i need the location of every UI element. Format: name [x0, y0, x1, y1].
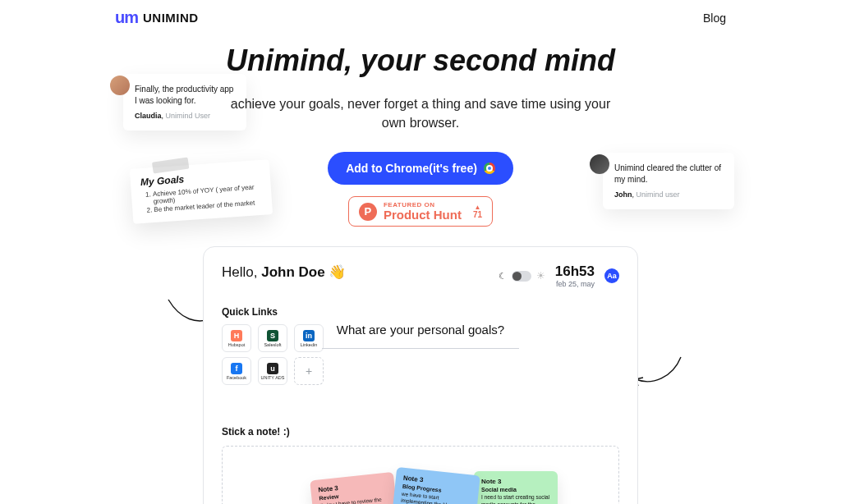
product-hunt-text: FEATURED ON Product Hunt: [384, 202, 462, 221]
quick-link-salesloft[interactable]: S Salesloft: [258, 324, 287, 352]
notes-dropzone[interactable]: Note 3 Review Today I have to review the…: [222, 446, 619, 504]
quick-link-label: Salesloft: [264, 342, 281, 347]
salesloft-icon: S: [267, 330, 278, 341]
quick-link-unityads[interactable]: u UNITY ADS: [258, 357, 287, 385]
sticky-note[interactable]: Note 3 Blog Progress we have to start im…: [390, 467, 480, 504]
product-hunt-icon: P: [359, 203, 377, 221]
wave-emoji-icon: 👋: [329, 263, 346, 281]
app-top-right: ☾ ☀ 16h53 feb 25, may Aa: [499, 263, 619, 288]
goals-input-line[interactable]: [322, 348, 519, 349]
sun-icon: ☀: [536, 270, 545, 282]
chrome-icon: [484, 163, 495, 174]
sticky-note[interactable]: Note 3 Review Today I have to review the…: [310, 472, 400, 504]
plus-icon: +: [303, 365, 315, 377]
sticky-note[interactable]: Note 3 Social media I need to start crea…: [474, 471, 558, 504]
stick-note-title: Stick a note! :): [222, 426, 619, 438]
quick-link-label: Facebook: [227, 375, 246, 380]
app-preview-card: Hello, John Doe 👋 ☾ ☀ 16h53 feb 25, may …: [203, 246, 638, 504]
cta-group: Add to Chrome(it's free) P FEATURED ON P…: [115, 152, 726, 227]
quick-link-add[interactable]: +: [294, 357, 324, 385]
product-hunt-vote-count: 71: [473, 211, 482, 219]
goals-center: What are your personal goals?: [297, 323, 544, 349]
greeting: Hello, John Doe 👋: [222, 263, 346, 281]
hero-title: Unimind, your second mind: [115, 44, 726, 78]
clock: 16h53 feb 25, may: [555, 263, 595, 288]
toggle-knob: [512, 272, 522, 281]
product-hunt-badge[interactable]: P FEATURED ON Product Hunt ▲ 71: [348, 196, 493, 227]
quick-link-hubspot[interactable]: H Hubspot: [222, 324, 251, 352]
product-hunt-votes: ▲ 71: [473, 204, 482, 219]
quick-link-label: UNITY ADS: [261, 375, 285, 380]
facebook-icon: f: [231, 363, 242, 374]
cta-label: Add to Chrome(it's free): [346, 162, 477, 175]
unityads-icon: u: [267, 363, 278, 374]
goals-question: What are your personal goals?: [297, 323, 544, 337]
hero: Unimind, your second mind achieve your g…: [0, 44, 841, 227]
quick-links-title: Quick Links: [222, 306, 619, 318]
note-subject: Social media: [481, 487, 550, 493]
brand-logo[interactable]: um UNIMIND: [115, 8, 199, 27]
hero-subtitle: achieve your goals, never forget a thing…: [223, 94, 618, 132]
greeting-user-name: John Doe: [261, 264, 324, 280]
quick-link-label: Hubspot: [228, 342, 246, 347]
app-top-bar: Hello, John Doe 👋 ☾ ☀ 16h53 feb 25, may …: [222, 263, 619, 288]
theme-toggle[interactable]: [512, 271, 531, 282]
clock-time: 16h53: [555, 263, 595, 280]
greeting-prefix: Hello,: [222, 264, 261, 280]
nav-blog-link[interactable]: Blog: [703, 11, 726, 25]
add-to-chrome-button[interactable]: Add to Chrome(it's free): [328, 152, 513, 185]
text-size-button[interactable]: Aa: [604, 268, 619, 283]
clock-date: feb 25, may: [555, 280, 595, 288]
note-title: Note 3: [481, 478, 550, 485]
product-hunt-name: Product Hunt: [384, 208, 462, 221]
moon-icon: ☾: [499, 271, 507, 282]
note-body: I need to start creating social media ac…: [481, 494, 550, 504]
theme-row: ☾ ☀: [499, 270, 545, 282]
hubspot-icon: H: [231, 330, 242, 341]
brand-logo-text: UNIMIND: [143, 11, 199, 25]
header: um UNIMIND Blog: [0, 0, 841, 27]
quick-link-facebook[interactable]: f Facebook: [222, 357, 251, 385]
brand-logo-icon: um: [115, 8, 138, 27]
